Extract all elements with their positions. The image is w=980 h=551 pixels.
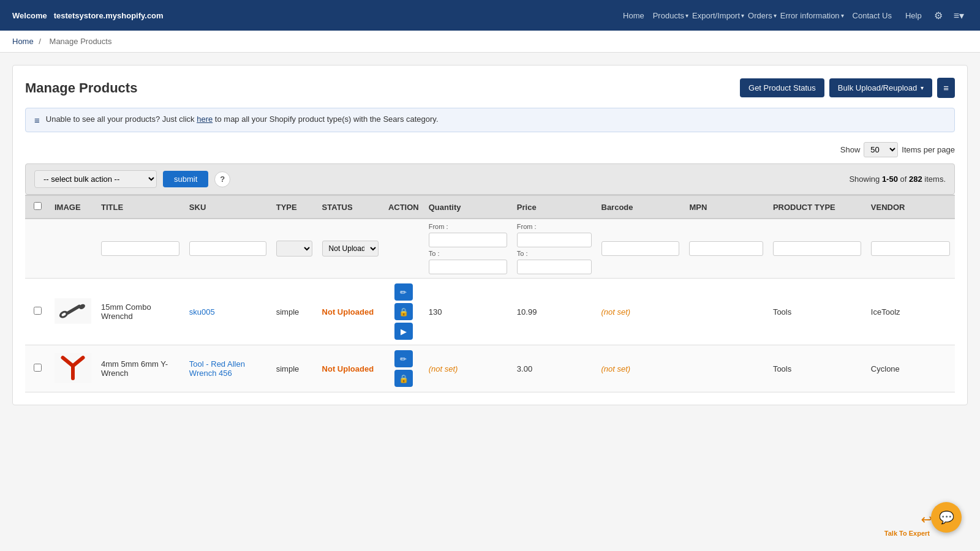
row1-image-cell <box>50 279 96 345</box>
row1-type: simple <box>276 307 300 317</box>
row2-sku-link[interactable]: Tool - Red Allen Wrench 456 <box>189 359 245 378</box>
col-type: TYPE <box>271 195 317 219</box>
row2-edit-button[interactable]: ✏ <box>394 350 413 367</box>
price-filter: From : To : <box>517 223 592 274</box>
price-to-label: To : <box>517 250 592 257</box>
bulk-upload-caret: ▾ <box>921 84 924 91</box>
price-to-input[interactable] <box>517 260 592 274</box>
filter-row: simple Not Uploaded Uploaded All From <box>25 219 955 279</box>
row1-status-cell: Not Uploaded <box>317 279 383 345</box>
quantity-filter: From : To : <box>429 223 507 274</box>
filter-vendor-cell <box>866 219 955 279</box>
toolbar: -- select bulk action -- submit ? Showin… <box>25 163 955 195</box>
submit-button[interactable]: submit <box>163 171 208 187</box>
filter-type-select[interactable]: simple <box>276 241 312 257</box>
bulk-action-select[interactable]: -- select bulk action -- <box>34 170 157 188</box>
row1-lock-button[interactable]: 🔒 <box>394 303 413 320</box>
gear-icon[interactable]: ⚙ <box>930 10 946 21</box>
qty-to-input[interactable] <box>429 260 507 274</box>
filter-vendor-input[interactable] <box>871 241 950 256</box>
row2-sku-cell: Tool - Red Allen Wrench 456 <box>184 345 271 392</box>
products-caret: ▾ <box>685 12 688 19</box>
row2-price-cell: 3.00 <box>512 345 597 392</box>
showing-range: 1-50 <box>882 174 898 184</box>
row2-status-cell: Not Uploaded <box>317 345 383 392</box>
row2-checkbox-cell <box>25 345 50 392</box>
welcome-label: Welcome <box>12 11 47 20</box>
filter-status-cell: Not Uploaded Uploaded All <box>317 219 383 279</box>
row2-product-image <box>55 353 91 383</box>
nav-orders[interactable]: Orders ▾ <box>748 11 777 20</box>
info-here-link[interactable]: here <box>197 114 213 124</box>
row1-type-cell: simple <box>271 279 317 345</box>
bulk-upload-button[interactable]: Bulk Upload/Reupload ▾ <box>829 78 932 97</box>
row1-vendor-cell: IceToolz <box>866 279 955 345</box>
filter-checkbox-cell <box>25 219 50 279</box>
row1-checkbox-cell <box>25 279 50 345</box>
main-container: Manage Products Get Product Status Bulk … <box>12 65 968 405</box>
col-price: Price <box>512 195 597 219</box>
menu-button[interactable]: ≡ <box>937 78 955 98</box>
table-row: 4mm 5mm 6mm Y-Wrench Tool - Red Allen Wr… <box>25 345 955 392</box>
price-from-input[interactable] <box>517 233 592 247</box>
filter-title-input[interactable] <box>101 241 179 256</box>
row2-quantity: (not set) <box>429 364 458 373</box>
col-checkbox <box>25 195 50 219</box>
filter-product-type-input[interactable] <box>773 241 861 256</box>
toolbar-left: -- select bulk action -- submit ? <box>34 170 230 188</box>
row1-edit-button[interactable]: ✏ <box>394 283 413 301</box>
showing-text: Showing 1-50 of 282 items. <box>849 174 946 184</box>
select-all-checkbox[interactable] <box>34 202 42 210</box>
row2-mpn-cell <box>684 345 767 392</box>
filter-barcode-input[interactable] <box>601 241 680 256</box>
row1-quantity: 130 <box>429 307 442 317</box>
row1-checkbox[interactable] <box>34 307 42 315</box>
info-icon: ≡ <box>34 115 40 126</box>
row2-barcode-cell: (not set) <box>597 345 685 392</box>
page-title: Manage Products <box>25 80 137 96</box>
breadcrumb-home[interactable]: Home <box>12 37 34 46</box>
filter-sku-input[interactable] <box>189 241 266 256</box>
nav-help[interactable]: Help <box>900 11 927 20</box>
get-product-status-button[interactable]: Get Product Status <box>740 78 824 97</box>
orders-caret: ▾ <box>774 12 777 19</box>
filter-action-cell <box>383 219 424 279</box>
info-text: Unable to see all your products? Just cl… <box>46 114 439 124</box>
col-sku: SKU <box>184 195 271 219</box>
row1-action-cell: ✏ 🔒 ▶ <box>383 279 424 345</box>
nav-contact-us[interactable]: Contact Us <box>848 11 897 20</box>
breadcrumb-separator: / <box>39 37 41 46</box>
hamburger-icon[interactable]: ≡▾ <box>950 10 968 21</box>
info-box: ≡ Unable to see all your products? Just … <box>25 108 955 132</box>
row1-product-image <box>55 296 91 326</box>
col-vendor: VENDOR <box>866 195 955 219</box>
row1-play-button[interactable]: ▶ <box>394 323 413 340</box>
nav-error-info[interactable]: Error information ▾ <box>780 11 844 20</box>
row2-lock-button[interactable]: 🔒 <box>394 370 413 387</box>
help-button[interactable]: ? <box>214 171 230 187</box>
nav-links: Home Products ▾ Export/Import ▾ Orders ▾… <box>618 10 968 21</box>
nav-products[interactable]: Products ▾ <box>653 11 688 20</box>
col-barcode: Barcode <box>597 195 685 219</box>
filter-barcode-cell <box>597 219 685 279</box>
row1-sku-cell: sku005 <box>184 279 271 345</box>
filter-quantity-cell: From : To : <box>424 219 512 279</box>
row2-image-cell <box>50 345 96 392</box>
row2-action-buttons: ✏ 🔒 <box>388 350 419 387</box>
qty-from-input[interactable] <box>429 233 507 247</box>
row1-sku-link[interactable]: sku005 <box>189 307 215 317</box>
nav-home[interactable]: Home <box>618 11 649 20</box>
row1-price-cell: 10.99 <box>512 279 597 345</box>
page-header: Manage Products Get Product Status Bulk … <box>25 78 955 98</box>
col-quantity: Quantity <box>424 195 512 219</box>
row1-title-cell: 15mm Combo Wrenchd <box>96 279 184 345</box>
row2-vendor-cell: Cyclone <box>866 345 955 392</box>
row2-checkbox[interactable] <box>34 364 42 372</box>
items-per-page-select[interactable]: 10 25 50 100 <box>864 142 898 157</box>
col-title: TITLE <box>96 195 184 219</box>
row2-type: simple <box>276 364 300 373</box>
nav-export-import[interactable]: Export/Import ▾ <box>692 11 744 20</box>
filter-status-select[interactable]: Not Uploaded Uploaded All <box>322 241 379 257</box>
row1-barcode-cell: (not set) <box>597 279 685 345</box>
filter-mpn-input[interactable] <box>689 241 763 256</box>
